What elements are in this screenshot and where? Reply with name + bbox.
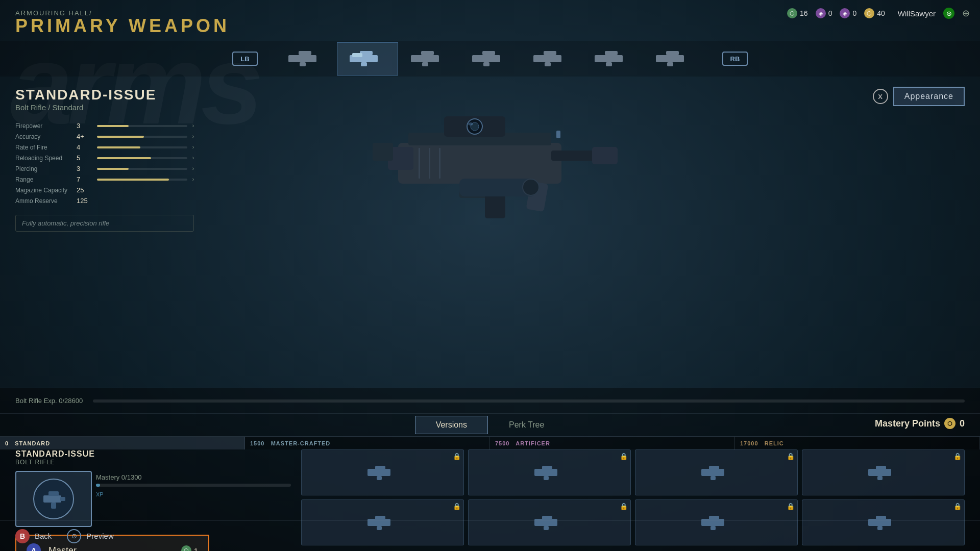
stat-range-label: Range — [15, 176, 71, 183]
weapon-tab-1[interactable] — [276, 42, 337, 76]
weapon-card-2[interactable]: 🔒 — [468, 449, 631, 495]
version-card-inner — [33, 479, 74, 519]
weapon-tab-5[interactable] — [521, 42, 582, 76]
svg-rect-15 — [545, 62, 551, 66]
center-weapon-area — [194, 77, 786, 250]
svg-rect-45 — [368, 469, 390, 476]
mastery-points-value: 0 — [960, 418, 965, 429]
mastery-points-display: Mastery Points ⬡ 0 — [875, 418, 965, 429]
svg-rect-1 — [299, 51, 311, 55]
weapon-card-1[interactable]: 🔒 — [301, 449, 464, 495]
bottom-nav: B Back ⊙ Preview — [0, 520, 980, 551]
weapon-tab-lb[interactable]: LB — [214, 42, 276, 76]
svg-rect-42 — [48, 491, 59, 496]
svg-rect-44 — [60, 497, 65, 501]
stat-range-bar-bg — [97, 179, 187, 181]
tab-versions[interactable]: Versions — [415, 416, 488, 434]
stat-rof-value: 4 — [77, 143, 92, 151]
username: WillSawyer — [898, 9, 936, 18]
svg-rect-41 — [43, 495, 61, 503]
weapon-tab-3-img — [408, 48, 449, 69]
stat-rof: Rate of Fire 4 › — [15, 143, 194, 151]
weapon-card-4[interactable]: 🔒 — [802, 449, 965, 495]
stat-reload: Reloading Speed 5 › — [15, 154, 194, 162]
mastery-bar-row: Mastery 0/1300 XP — [96, 471, 291, 498]
weapon-tab-2-img — [347, 48, 388, 69]
rb-button[interactable]: RB — [722, 52, 748, 66]
tier-artificer: 7500 ARTIFICER — [490, 437, 735, 449]
weapon-tab-6[interactable] — [582, 42, 643, 76]
stat-ammo-value: 125 — [77, 197, 92, 205]
stat-piercing-value: 3 — [77, 165, 92, 172]
svg-rect-18 — [606, 62, 612, 66]
svg-rect-64 — [709, 516, 719, 520]
svg-rect-43 — [51, 503, 56, 509]
stat-firepower: Firepower 3 › — [15, 122, 194, 130]
main-content: STANDARD-ISSUE Bolt Rifle / Standard Fir… — [0, 77, 980, 551]
svg-rect-28 — [592, 147, 618, 164]
weapon-name: STANDARD-ISSUE — [15, 87, 194, 103]
svg-rect-50 — [544, 476, 549, 480]
stats-list: Firepower 3 › Accuracy 4+ › Rate of Fire… — [15, 122, 194, 205]
tab-perk-tree[interactable]: Perk Tree — [488, 416, 565, 434]
svg-rect-52 — [709, 466, 719, 470]
weapon-tab-7-img — [653, 48, 694, 69]
stat-rof-bar-bg — [97, 146, 187, 148]
back-nav-button[interactable]: B Back — [15, 529, 52, 543]
lock-icon-3: 🔒 — [787, 453, 795, 461]
left-panel: STANDARD-ISSUE Bolt Rifle / Standard Fir… — [15, 87, 194, 232]
svg-rect-5 — [361, 62, 367, 66]
weapon-tab-2-active[interactable] — [337, 42, 398, 76]
svg-rect-48 — [534, 469, 557, 476]
mastery-points-label: Mastery Points — [875, 418, 940, 429]
stat-accuracy-bar — [97, 136, 144, 138]
svg-rect-35 — [419, 148, 420, 179]
svg-rect-22 — [398, 143, 561, 184]
weapon-tab-3[interactable] — [398, 42, 459, 76]
weapon-tab-4[interactable] — [459, 42, 521, 76]
tier-bar: 0 STANDARD 1500 MASTER-CRAFTED 7500 ARTI… — [0, 437, 980, 449]
svg-rect-46 — [375, 466, 385, 470]
x-controller-button: X — [873, 89, 888, 104]
weapon-tab-4-img — [470, 48, 510, 69]
appearance-button[interactable]: Appearance — [893, 87, 965, 106]
lb-button[interactable]: LB — [232, 52, 258, 66]
stat-magazine: Magazine Capacity 25 — [15, 186, 194, 194]
svg-rect-58 — [375, 516, 385, 520]
stat-firepower-bar — [97, 125, 129, 127]
weapon-tab-rb[interactable]: RB — [704, 42, 766, 76]
version-main-thumbnail[interactable] — [15, 471, 92, 527]
stat-piercing-bar-bg — [97, 168, 187, 170]
svg-point-39 — [523, 179, 539, 195]
weapon-description: Fully automatic, precision rifle — [15, 215, 194, 232]
version-name: STANDARD-ISSUE — [15, 449, 291, 459]
svg-rect-19 — [656, 55, 684, 62]
stat-piercing-bar — [97, 168, 129, 170]
svg-rect-12 — [483, 62, 489, 66]
svg-rect-49 — [542, 466, 552, 470]
bottom-section: Bolt Rifle Exp. 0/28600 Versions Perk Tr… — [0, 388, 980, 551]
weapon-type: Bolt Rifle / Standard — [15, 103, 194, 112]
stat-magazine-value: 25 — [77, 186, 92, 194]
stat-reload-label: Reloading Speed — [15, 155, 71, 162]
stat-firepower-bar-bg — [97, 125, 187, 127]
weapon-cards-grid: 🔒 🔒 🔒 🔒 🔒 — [301, 449, 965, 520]
xp-progress-bar — [93, 399, 965, 403]
svg-rect-55 — [876, 466, 886, 470]
svg-rect-13 — [533, 55, 561, 62]
stat-rof-label: Rate of Fire — [15, 144, 71, 151]
weapon-tab-7[interactable] — [643, 42, 704, 76]
svg-rect-2 — [300, 62, 306, 66]
lock-icon-1: 🔒 — [453, 453, 461, 461]
preview-nav-button[interactable]: ⊙ Preview — [67, 529, 113, 543]
svg-rect-61 — [542, 516, 552, 520]
stat-firepower-label: Firepower — [15, 122, 71, 130]
xp-label: Bolt Rifle Exp. 0/28600 — [15, 397, 83, 405]
content-tabs: Versions Perk Tree — [0, 414, 980, 437]
stat-magazine-label: Magazine Capacity — [15, 187, 71, 194]
mastery-icon: ⬡ — [944, 418, 955, 429]
weapon-card-3[interactable]: 🔒 — [635, 449, 798, 495]
version-card-row: Mastery 0/1300 XP — [15, 471, 291, 527]
stat-accuracy-value: 4+ — [77, 133, 92, 140]
breadcrumb: ARMOURING HALL/ PRIMARY WEAPON — [15, 9, 230, 35]
